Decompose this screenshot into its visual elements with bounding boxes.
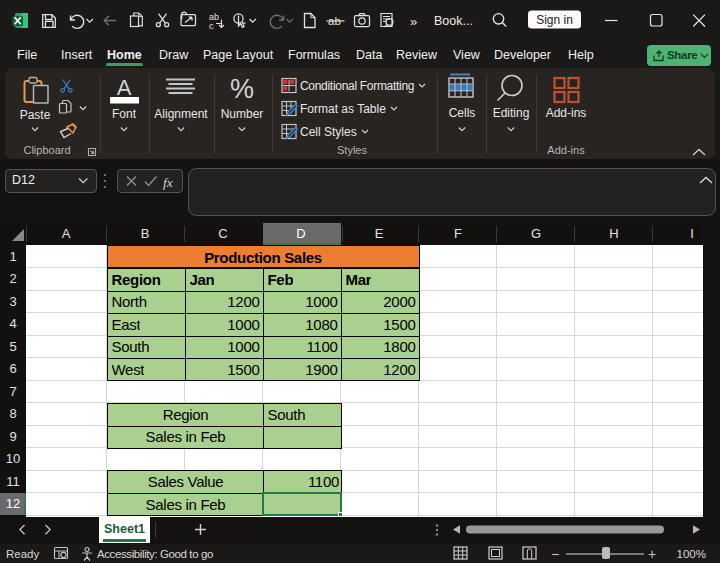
- svg-text:%: %: [230, 74, 254, 104]
- svg-text:c: c: [209, 21, 214, 31]
- svg-text:Add-ins: Add-ins: [547, 144, 585, 156]
- svg-text:Editing: Editing: [493, 106, 530, 120]
- svg-text:Font: Font: [112, 107, 137, 121]
- svg-text:Add-ins: Add-ins: [546, 106, 587, 120]
- svg-text:Conditional Formatting: Conditional Formatting: [300, 79, 414, 93]
- svg-text:Cells: Cells: [449, 106, 476, 120]
- svg-text:Cell Styles: Cell Styles: [300, 125, 357, 139]
- svg-text:Alignment: Alignment: [154, 107, 208, 121]
- svg-text:A: A: [117, 75, 132, 100]
- svg-text:Sign in: Sign in: [536, 13, 573, 27]
- svg-text:Paste: Paste: [20, 108, 51, 122]
- svg-text:Styles: Styles: [337, 144, 367, 156]
- svg-text:»: »: [410, 14, 417, 29]
- svg-text:Number: Number: [221, 107, 264, 121]
- svg-text:Format as Table: Format as Table: [300, 102, 386, 116]
- svg-text:Clipboard: Clipboard: [23, 144, 70, 156]
- svg-text:fx: fx: [163, 175, 173, 190]
- svg-text:Book...: Book...: [434, 14, 473, 28]
